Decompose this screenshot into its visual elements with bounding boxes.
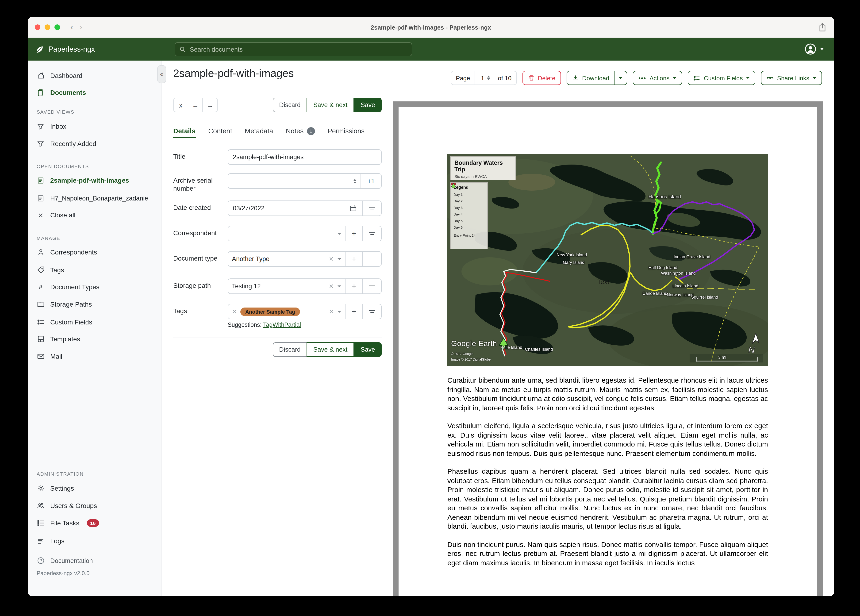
page-stepper-icon[interactable] xyxy=(487,75,490,80)
correspondent-select[interactable] xyxy=(228,226,345,241)
previous-document-button[interactable]: ← xyxy=(188,98,203,112)
save-button[interactable]: Save xyxy=(354,97,381,112)
map-subtitle: Six days in BWCA xyxy=(454,174,512,179)
suggestion-link[interactable]: TagWithPartial xyxy=(263,322,301,328)
sidebar-collapse-button[interactable]: « xyxy=(157,65,166,83)
sidebar-item-correspondents[interactable]: Correspondents xyxy=(28,245,161,259)
tab-metadata[interactable]: Metadata xyxy=(245,127,273,136)
asn-stepper[interactable] xyxy=(353,174,361,188)
clear-icon[interactable]: ✕ xyxy=(329,283,334,290)
leaf-logo-icon xyxy=(35,45,44,54)
tags-select[interactable]: ✕ Another Sample Tag ✕ xyxy=(228,304,345,319)
svg-text:N: N xyxy=(748,345,755,355)
clear-icon[interactable]: ✕ xyxy=(329,255,334,262)
asn-plus-one-button[interactable]: +1 xyxy=(361,174,381,188)
discard-button[interactable]: Discard xyxy=(273,97,307,112)
share-icon[interactable] xyxy=(818,22,827,32)
tags-label: Tags xyxy=(173,307,225,315)
date-created-input[interactable] xyxy=(228,201,344,215)
paragraph: Duis non tincidunt purus. Nam quis sapie… xyxy=(447,540,768,567)
correspondent-filter-button[interactable] xyxy=(363,226,381,241)
sidebar-item-label: Documents xyxy=(50,89,86,96)
map-copyright: © 2017 Google xyxy=(451,352,473,355)
download-button[interactable]: Download xyxy=(567,71,615,85)
save-next-button[interactable]: Save & next xyxy=(307,342,354,357)
section-saved-views: SAVED VIEWS xyxy=(37,109,74,115)
sidebar-item-settings[interactable]: Settings xyxy=(28,481,161,495)
discard-button[interactable]: Discard xyxy=(273,342,307,357)
sidebar-item-users-groups[interactable]: Users & Groups xyxy=(28,499,161,513)
sidebar-item-open-doc-current[interactable]: 2sample-pdf-with-images xyxy=(28,173,161,187)
storage-path-value: Testing 12 xyxy=(232,283,325,290)
title-input[interactable] xyxy=(228,150,381,164)
pdf-page: N Boundary Waters Trip Six days in BWCA … xyxy=(399,107,817,596)
tab-notes-label: Notes xyxy=(286,127,304,135)
save-next-button[interactable]: Save & next xyxy=(307,97,354,112)
storage-path-select[interactable]: Testing 12 ✕ xyxy=(228,279,345,294)
document-type-select[interactable]: Another Type ✕ xyxy=(228,251,345,266)
sidebar-item-inbox[interactable]: Inbox xyxy=(28,119,161,134)
document-type-filter-button[interactable] xyxy=(363,251,381,266)
caret-down-icon xyxy=(337,285,341,287)
search-input[interactable] xyxy=(189,45,408,53)
page-number-input[interactable]: 1 xyxy=(475,71,493,85)
download-caret-button[interactable] xyxy=(615,71,627,85)
delete-button[interactable]: Delete xyxy=(522,71,561,85)
brand[interactable]: Paperless-ngx xyxy=(35,45,95,54)
tags-filter-button[interactable] xyxy=(363,304,381,319)
page-navigator: Page 1 of 10 xyxy=(450,71,516,85)
users-icon xyxy=(37,502,45,510)
map-label: Squirrel Island xyxy=(691,295,718,300)
map-label: Washington Island xyxy=(661,271,695,276)
asn-input[interactable] xyxy=(228,174,353,188)
custom-fields-button[interactable]: Custom Fields xyxy=(688,71,756,85)
tag-chip[interactable]: Another Sample Tag xyxy=(240,307,300,316)
caret-down-icon xyxy=(337,311,341,313)
tab-notes[interactable]: Notes 1 xyxy=(286,127,315,136)
legend-item: Day 2 xyxy=(454,198,485,204)
titlebar: ‹ › 2sample-pdf-with-images - Paperless-… xyxy=(28,17,834,38)
sidebar-item-tags[interactable]: Tags xyxy=(28,263,161,277)
caret-down-icon xyxy=(337,258,341,260)
share-links-button[interactable]: Share Links xyxy=(761,71,822,85)
add-storage-path-button[interactable]: + xyxy=(345,279,363,294)
add-tag-button[interactable]: + xyxy=(345,304,363,319)
sidebar-item-file-tasks[interactable]: File Tasks 16 xyxy=(28,516,161,530)
sidebar-item-open-doc-2[interactable]: H7_Napoleon_Bonaparte_zadanie xyxy=(28,191,161,205)
filter-icon xyxy=(369,207,375,209)
sidebar-item-dashboard[interactable]: Dashboard xyxy=(28,69,161,83)
section-open-documents: OPEN DOCUMENTS xyxy=(37,163,89,169)
sidebar-item-storage-paths[interactable]: Storage Paths xyxy=(28,297,161,311)
sidebar-item-document-types[interactable]: # Document Types xyxy=(28,280,161,294)
remove-tag-icon[interactable]: ✕ xyxy=(232,308,237,315)
actions-button[interactable]: ••• Actions xyxy=(633,71,682,85)
next-document-button[interactable]: → xyxy=(203,98,217,112)
tab-details[interactable]: Details xyxy=(173,125,196,138)
map-scale-label: 3 mi xyxy=(718,355,726,360)
sidebar-item-logs[interactable]: Logs xyxy=(28,534,161,548)
sidebar-item-mail[interactable]: Mail xyxy=(28,349,161,363)
map-label: New York Island xyxy=(557,253,587,257)
calendar-button[interactable] xyxy=(344,201,363,215)
caret-down-icon xyxy=(673,77,677,79)
sidebar-item-custom-fields[interactable]: Custom Fields xyxy=(28,315,161,329)
sidebar-item-templates[interactable]: Templates xyxy=(28,332,161,346)
date-filter-button[interactable] xyxy=(363,201,381,215)
hash-icon: # xyxy=(37,283,45,291)
add-correspondent-button[interactable]: + xyxy=(345,226,363,241)
funnel-icon xyxy=(37,140,45,148)
user-menu[interactable] xyxy=(804,43,824,55)
tab-content[interactable]: Content xyxy=(208,127,232,136)
sidebar-item-documents[interactable]: Documents xyxy=(28,85,161,99)
clear-icon[interactable]: ✕ xyxy=(329,308,334,315)
satellite-map: N xyxy=(447,154,768,366)
add-document-type-button[interactable]: + xyxy=(345,251,363,266)
sidebar-item-documentation[interactable]: Documentation xyxy=(28,553,161,568)
sidebar-item-recently-added[interactable]: Recently Added xyxy=(28,137,161,151)
logs-icon xyxy=(37,537,45,545)
storage-path-filter-button[interactable] xyxy=(363,279,381,294)
tab-permissions[interactable]: Permissions xyxy=(327,127,364,136)
save-button[interactable]: Save xyxy=(354,342,381,357)
sidebar-item-close-all[interactable]: Close all xyxy=(28,208,161,222)
close-document-button[interactable]: x xyxy=(174,98,188,112)
